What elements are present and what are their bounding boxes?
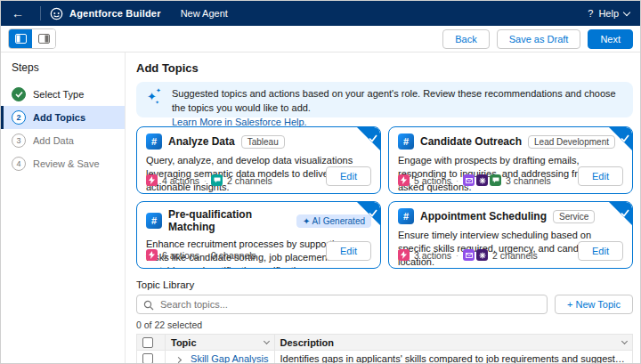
toolbar-actions: Back Save as Draft Next xyxy=(442,29,633,49)
channel-email-icon xyxy=(463,249,475,261)
topic-column-header[interactable]: Topic xyxy=(171,337,197,348)
right-panel-toggle-button[interactable] xyxy=(32,29,55,48)
actions-count: 5 actions xyxy=(414,175,451,186)
dot-separator: · xyxy=(204,251,207,260)
table-row: Skill Gap Analysis Identifies gaps in ap… xyxy=(137,351,633,364)
edit-topic-button[interactable]: Edit xyxy=(326,241,371,261)
topic-hash-icon: # xyxy=(398,133,414,150)
expand-chevron-icon[interactable] xyxy=(175,356,182,362)
search-icon xyxy=(143,298,154,314)
step-complete-check-icon xyxy=(12,87,26,101)
topic-badge: Lead Development xyxy=(528,135,615,149)
channel-slack-icon xyxy=(476,174,488,186)
step-number-badge: 2 xyxy=(12,110,26,125)
description-column-header[interactable]: Description xyxy=(280,337,335,348)
actions-icon xyxy=(146,174,158,186)
agentforce-builder-window: ← Agentforce Builder New Agent ? Help Ba… xyxy=(0,0,641,364)
topic-link[interactable]: Skill Gap Analysis xyxy=(191,353,268,364)
secondary-toolbar: Back Save as Draft Next xyxy=(1,26,640,53)
topic-library-heading: Topic Library xyxy=(136,279,633,290)
dot-separator: · xyxy=(456,251,458,260)
channels-count: 0 channels xyxy=(211,250,256,261)
selected-check-icon xyxy=(369,130,377,146)
topic-title: Analyze Data xyxy=(168,135,235,148)
select-all-checkbox[interactable] xyxy=(142,337,153,348)
topic-card-candidate-outreach[interactable]: # Candidate Outreach Lead Development En… xyxy=(388,126,633,194)
content-area: Steps Select Type 2 Add Topics 3 Add Dat… xyxy=(1,53,640,363)
channels-count: 2 channels xyxy=(492,250,538,261)
step-label: Add Topics xyxy=(33,112,85,123)
selected-check-icon xyxy=(621,130,629,146)
topic-card-prequalification-matching[interactable]: # Pre-qualification Matching ✦ AI Genera… xyxy=(136,201,381,269)
left-panel-toggle-button[interactable] xyxy=(9,29,32,48)
save-as-draft-button[interactable]: Save as Draft xyxy=(497,29,581,49)
nav-divider xyxy=(40,6,41,20)
suggested-topics-grid: # Analyze Data Tableau Query, analyze, a… xyxy=(136,126,633,269)
help-question-icon: ? xyxy=(588,8,593,19)
actions-icon xyxy=(398,249,410,261)
channel-teal-icon xyxy=(211,174,223,186)
selection-count: 0 of 22 selected xyxy=(136,320,633,330)
topic-hash-icon: # xyxy=(398,208,414,224)
actions-icon xyxy=(146,249,158,261)
new-topic-button[interactable]: + New Topic xyxy=(555,295,633,314)
topic-library-table: Topic Description S xyxy=(136,334,633,363)
page-title: Add Topics xyxy=(136,61,633,75)
edit-topic-button[interactable]: Edit xyxy=(578,241,623,261)
actions-count: 6 actions xyxy=(162,250,199,261)
banner-message: Suggested topics and actions based on yo… xyxy=(172,88,616,113)
table-header-row: Topic Description xyxy=(137,335,633,351)
actions-icon xyxy=(398,174,410,186)
sort-chevron-icon[interactable] xyxy=(263,338,269,344)
topic-card-appointment-scheduling[interactable]: # Appointment Scheduling Service Ensure … xyxy=(388,201,633,269)
step-add-data[interactable]: 3 Add Data xyxy=(1,129,125,152)
next-button[interactable]: Next xyxy=(588,29,633,49)
actions-count: 3 actions xyxy=(414,250,451,261)
agentforce-logo-icon xyxy=(50,7,63,20)
topic-card-analyze-data[interactable]: # Analyze Data Tableau Query, analyze, a… xyxy=(136,126,381,194)
steps-heading: Steps xyxy=(1,61,125,83)
selected-check-icon xyxy=(621,205,629,221)
topic-hash-icon: # xyxy=(146,213,162,229)
step-number-badge: 3 xyxy=(12,133,26,148)
main-panel: Add Topics ✦ ✦ ✦ Suggested topics and ac… xyxy=(126,53,640,363)
back-arrow-icon[interactable]: ← xyxy=(12,6,38,20)
step-add-topics[interactable]: 2 Add Topics xyxy=(1,106,125,129)
help-label: Help xyxy=(598,8,619,19)
step-review-save[interactable]: 4 Review & Save xyxy=(1,152,125,175)
help-menu[interactable]: ? Help xyxy=(588,8,629,19)
channel-email-icon xyxy=(463,174,475,186)
topic-row-description: Identifies gaps in applicants' skills co… xyxy=(274,351,633,364)
panel-toggle-group xyxy=(8,28,56,49)
topic-badge: Tableau xyxy=(241,135,285,149)
topic-library-controls: + New Topic xyxy=(136,295,633,314)
channel-messaging-icon xyxy=(490,174,501,186)
app-title: Agentforce Builder xyxy=(69,8,161,19)
actions-count: 4 actions xyxy=(162,175,199,186)
row-checkbox[interactable] xyxy=(142,353,153,363)
dot-separator: · xyxy=(456,176,458,185)
edit-topic-button[interactable]: Edit xyxy=(326,166,371,186)
step-number-badge: 4 xyxy=(12,157,26,171)
edit-topic-button[interactable]: Edit xyxy=(578,166,623,186)
step-select-type[interactable]: Select Type xyxy=(1,83,125,106)
sort-chevron-icon[interactable] xyxy=(621,338,628,344)
steps-sidebar: Steps Select Type 2 Add Topics 3 Add Dat… xyxy=(1,53,126,363)
channels-count: 3 channels xyxy=(506,175,551,186)
channels-count: 2 channels xyxy=(227,175,272,186)
channel-slack-icon xyxy=(476,249,488,261)
agent-name: New Agent xyxy=(181,8,228,19)
chevron-down-icon xyxy=(623,8,630,15)
topic-hash-icon: # xyxy=(146,133,162,150)
suggestions-banner: ✦ ✦ ✦ Suggested topics and actions based… xyxy=(136,82,633,117)
step-label: Review & Save xyxy=(33,158,100,169)
topic-title: Candidate Outreach xyxy=(420,135,522,148)
step-label: Add Data xyxy=(33,135,74,146)
topic-title: Pre-qualification Matching xyxy=(168,208,290,233)
step-label: Select Type xyxy=(33,89,84,100)
sparkle-icon: ✦ xyxy=(303,216,310,226)
banner-text: Suggested topics and actions based on yo… xyxy=(172,87,622,130)
search-topics-input[interactable] xyxy=(136,295,548,314)
back-button[interactable]: Back xyxy=(442,29,489,49)
dot-separator: · xyxy=(204,176,207,185)
